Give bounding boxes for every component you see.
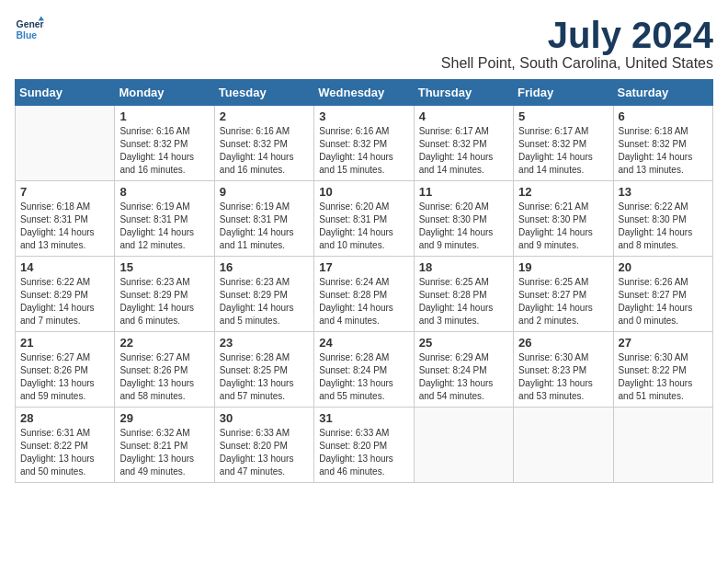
day-number: 23 bbox=[220, 336, 309, 350]
day-number: 30 bbox=[220, 411, 309, 425]
day-info: Sunrise: 6:27 AM Sunset: 8:26 PM Dayligh… bbox=[20, 351, 109, 403]
day-info: Sunrise: 6:21 AM Sunset: 8:30 PM Dayligh… bbox=[518, 201, 608, 252]
day-number: 27 bbox=[619, 336, 708, 350]
calendar-cell bbox=[514, 408, 613, 483]
location-title: Shell Point, South Carolina, United Stat… bbox=[441, 55, 713, 72]
calendar-cell: 25Sunrise: 6:29 AM Sunset: 8:24 PM Dayli… bbox=[414, 332, 513, 408]
calendar-cell: 27Sunrise: 6:30 AM Sunset: 8:22 PM Dayli… bbox=[613, 332, 712, 408]
day-info: Sunrise: 6:23 AM Sunset: 8:29 PM Dayligh… bbox=[119, 276, 209, 327]
calendar-week-5: 28Sunrise: 6:31 AM Sunset: 8:22 PM Dayli… bbox=[16, 408, 713, 483]
calendar-week-3: 14Sunrise: 6:22 AM Sunset: 8:29 PM Dayli… bbox=[16, 257, 713, 332]
day-info: Sunrise: 6:33 AM Sunset: 8:20 PM Dayligh… bbox=[220, 427, 309, 478]
day-number: 29 bbox=[119, 411, 209, 425]
day-number: 18 bbox=[419, 260, 508, 274]
day-number: 19 bbox=[518, 260, 608, 274]
weekday-header-saturday: Saturday bbox=[613, 80, 712, 106]
day-info: Sunrise: 6:33 AM Sunset: 8:20 PM Dayligh… bbox=[319, 427, 408, 478]
day-info: Sunrise: 6:27 AM Sunset: 8:26 PM Dayligh… bbox=[119, 351, 209, 403]
calendar-cell: 14Sunrise: 6:22 AM Sunset: 8:29 PM Dayli… bbox=[16, 257, 115, 332]
calendar-cell bbox=[613, 408, 712, 483]
day-info: Sunrise: 6:19 AM Sunset: 8:31 PM Dayligh… bbox=[220, 201, 309, 252]
day-number: 31 bbox=[319, 411, 408, 425]
day-number: 14 bbox=[20, 260, 109, 274]
calendar-cell: 8Sunrise: 6:19 AM Sunset: 8:31 PM Daylig… bbox=[115, 181, 214, 257]
day-info: Sunrise: 6:26 AM Sunset: 8:27 PM Dayligh… bbox=[619, 276, 708, 327]
calendar-week-1: 1Sunrise: 6:16 AM Sunset: 8:32 PM Daylig… bbox=[16, 106, 713, 181]
weekday-header-wednesday: Wednesday bbox=[314, 80, 414, 106]
calendar-week-2: 7Sunrise: 6:18 AM Sunset: 8:31 PM Daylig… bbox=[16, 181, 713, 257]
day-number: 3 bbox=[319, 109, 408, 123]
day-number: 12 bbox=[518, 185, 608, 199]
day-info: Sunrise: 6:32 AM Sunset: 8:21 PM Dayligh… bbox=[119, 427, 209, 478]
calendar-cell: 6Sunrise: 6:18 AM Sunset: 8:32 PM Daylig… bbox=[613, 106, 712, 181]
day-info: Sunrise: 6:20 AM Sunset: 8:31 PM Dayligh… bbox=[319, 201, 408, 252]
calendar-cell: 11Sunrise: 6:20 AM Sunset: 8:30 PM Dayli… bbox=[414, 181, 513, 257]
day-info: Sunrise: 6:22 AM Sunset: 8:30 PM Dayligh… bbox=[619, 201, 708, 252]
day-info: Sunrise: 6:18 AM Sunset: 8:31 PM Dayligh… bbox=[20, 201, 109, 252]
weekday-header-friday: Friday bbox=[514, 80, 613, 106]
day-info: Sunrise: 6:31 AM Sunset: 8:22 PM Dayligh… bbox=[20, 427, 109, 478]
svg-text:Blue: Blue bbox=[17, 30, 38, 40]
day-info: Sunrise: 6:24 AM Sunset: 8:28 PM Dayligh… bbox=[319, 276, 408, 327]
day-number: 6 bbox=[619, 109, 708, 123]
day-info: Sunrise: 6:29 AM Sunset: 8:24 PM Dayligh… bbox=[419, 351, 508, 403]
calendar-cell: 9Sunrise: 6:19 AM Sunset: 8:31 PM Daylig… bbox=[214, 181, 313, 257]
weekday-header-thursday: Thursday bbox=[414, 80, 513, 106]
calendar-cell bbox=[414, 408, 513, 483]
day-info: Sunrise: 6:19 AM Sunset: 8:31 PM Dayligh… bbox=[119, 201, 209, 252]
calendar-cell: 12Sunrise: 6:21 AM Sunset: 8:30 PM Dayli… bbox=[514, 181, 613, 257]
calendar-cell: 20Sunrise: 6:26 AM Sunset: 8:27 PM Dayli… bbox=[613, 257, 712, 332]
day-number: 5 bbox=[518, 109, 608, 123]
calendar-cell: 29Sunrise: 6:32 AM Sunset: 8:21 PM Dayli… bbox=[115, 408, 214, 483]
calendar-cell: 23Sunrise: 6:28 AM Sunset: 8:25 PM Dayli… bbox=[214, 332, 313, 408]
calendar-cell: 1Sunrise: 6:16 AM Sunset: 8:32 PM Daylig… bbox=[115, 106, 214, 181]
day-number: 13 bbox=[619, 185, 708, 199]
day-info: Sunrise: 6:17 AM Sunset: 8:32 PM Dayligh… bbox=[518, 125, 608, 177]
calendar-table: SundayMondayTuesdayWednesdayThursdayFrid… bbox=[15, 79, 713, 483]
calendar-cell: 16Sunrise: 6:23 AM Sunset: 8:29 PM Dayli… bbox=[214, 257, 313, 332]
day-number: 17 bbox=[319, 260, 408, 274]
day-info: Sunrise: 6:20 AM Sunset: 8:30 PM Dayligh… bbox=[419, 201, 508, 252]
day-info: Sunrise: 6:23 AM Sunset: 8:29 PM Dayligh… bbox=[220, 276, 309, 327]
logo-icon: General Blue bbox=[15, 15, 44, 44]
day-number: 20 bbox=[619, 260, 708, 274]
calendar-cell bbox=[16, 106, 115, 181]
weekday-header-sunday: Sunday bbox=[16, 80, 115, 106]
day-number: 10 bbox=[319, 185, 408, 199]
day-info: Sunrise: 6:18 AM Sunset: 8:32 PM Dayligh… bbox=[619, 125, 708, 177]
calendar-cell: 26Sunrise: 6:30 AM Sunset: 8:23 PM Dayli… bbox=[514, 332, 613, 408]
day-number: 22 bbox=[119, 336, 209, 350]
day-number: 8 bbox=[119, 185, 209, 199]
calendar-cell: 7Sunrise: 6:18 AM Sunset: 8:31 PM Daylig… bbox=[16, 181, 115, 257]
calendar-cell: 3Sunrise: 6:16 AM Sunset: 8:32 PM Daylig… bbox=[314, 106, 414, 181]
calendar-cell: 30Sunrise: 6:33 AM Sunset: 8:20 PM Dayli… bbox=[214, 408, 313, 483]
svg-marker-2 bbox=[39, 17, 44, 21]
day-info: Sunrise: 6:30 AM Sunset: 8:22 PM Dayligh… bbox=[619, 351, 708, 403]
day-info: Sunrise: 6:28 AM Sunset: 8:24 PM Dayligh… bbox=[319, 351, 408, 403]
day-number: 25 bbox=[419, 336, 508, 350]
calendar-cell: 31Sunrise: 6:33 AM Sunset: 8:20 PM Dayli… bbox=[314, 408, 414, 483]
day-info: Sunrise: 6:22 AM Sunset: 8:29 PM Dayligh… bbox=[20, 276, 109, 327]
calendar-week-4: 21Sunrise: 6:27 AM Sunset: 8:26 PM Dayli… bbox=[16, 332, 713, 408]
day-number: 16 bbox=[220, 260, 309, 274]
calendar-cell: 2Sunrise: 6:16 AM Sunset: 8:32 PM Daylig… bbox=[214, 106, 313, 181]
weekday-header-row: SundayMondayTuesdayWednesdayThursdayFrid… bbox=[16, 80, 713, 106]
day-number: 24 bbox=[319, 336, 408, 350]
month-title: July 2024 bbox=[441, 15, 713, 55]
day-info: Sunrise: 6:17 AM Sunset: 8:32 PM Dayligh… bbox=[419, 125, 508, 177]
day-info: Sunrise: 6:16 AM Sunset: 8:32 PM Dayligh… bbox=[220, 125, 309, 177]
day-number: 9 bbox=[220, 185, 309, 199]
calendar-cell: 28Sunrise: 6:31 AM Sunset: 8:22 PM Dayli… bbox=[16, 408, 115, 483]
day-number: 28 bbox=[20, 411, 109, 425]
calendar-cell: 17Sunrise: 6:24 AM Sunset: 8:28 PM Dayli… bbox=[314, 257, 414, 332]
calendar-cell: 19Sunrise: 6:25 AM Sunset: 8:27 PM Dayli… bbox=[514, 257, 613, 332]
page-header: General Blue July 2024 Shell Point, Sout… bbox=[15, 15, 713, 72]
day-number: 15 bbox=[119, 260, 209, 274]
day-number: 26 bbox=[518, 336, 608, 350]
day-number: 2 bbox=[220, 109, 309, 123]
calendar-cell: 21Sunrise: 6:27 AM Sunset: 8:26 PM Dayli… bbox=[16, 332, 115, 408]
day-number: 21 bbox=[20, 336, 109, 350]
day-number: 1 bbox=[119, 109, 209, 123]
day-number: 4 bbox=[419, 109, 508, 123]
calendar-cell: 10Sunrise: 6:20 AM Sunset: 8:31 PM Dayli… bbox=[314, 181, 414, 257]
